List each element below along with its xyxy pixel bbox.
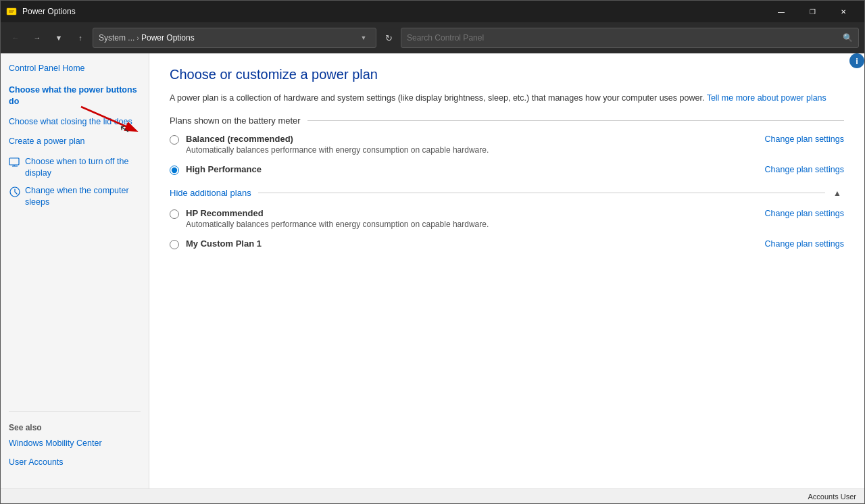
change-link-custom-plan[interactable]: Change plan settings: [765, 239, 844, 249]
sidebar-bottom-section: See also Windows Mobility Center User Ac…: [1, 406, 149, 480]
plans-section-label: Plans shown on the battery meter: [170, 116, 307, 126]
hide-plans-toggle[interactable]: Hide additional plans: [170, 188, 258, 198]
see-also-label: See also: [1, 418, 149, 436]
plan-radio-high-performance[interactable]: [170, 166, 179, 177]
sleep-icon: [9, 186, 21, 198]
plan-item-balanced: Balanced (recommended) Automatically bal…: [170, 134, 844, 155]
refresh-button[interactable]: ↻: [379, 28, 398, 47]
plan-name-custom-plan[interactable]: My Custom Plan 1: [186, 238, 262, 249]
content-panel: Choose or customize a power plan A power…: [149, 53, 864, 488]
page-description: A power plan is a collection of hardware…: [170, 92, 844, 105]
plan-radio-custom-plan[interactable]: [170, 240, 179, 251]
forward-button[interactable]: →: [28, 28, 47, 47]
window-controls: — ❐ ✕: [766, 1, 859, 22]
hide-plans-header: Hide additional plans ▲: [170, 186, 844, 200]
monitor-icon: [9, 157, 21, 169]
plan-desc-hp-recommended: Automatically balances performance with …: [186, 220, 758, 229]
status-user: Accounts User: [808, 493, 856, 501]
page-title: Choose or customize a power plan: [170, 67, 844, 82]
sidebar-item-turn-off-display[interactable]: Choose when to turn off the display: [9, 156, 141, 180]
sidebar-item-windows-mobility[interactable]: Windows Mobility Center: [9, 436, 141, 451]
plans-section-line: [307, 120, 844, 121]
plan-info-balanced: Balanced (recommended) Automatically bal…: [186, 134, 758, 155]
plan-name-high-performance[interactable]: High Performance: [186, 164, 262, 174]
svg-rect-0: [7, 8, 16, 15]
recent-button[interactable]: ▼: [49, 28, 68, 47]
plan-info-high-performance: High Performance: [186, 164, 758, 174]
sidebar-item-power-buttons[interactable]: Choose what the power buttons do: [9, 83, 141, 109]
change-link-hp-recommended[interactable]: Change plan settings: [765, 209, 844, 218]
plan-radio-hp-recommended[interactable]: [170, 209, 179, 221]
sidebar-item-user-accounts[interactable]: User Accounts: [9, 455, 141, 470]
plan-radio-balanced[interactable]: [170, 135, 179, 147]
restore-button[interactable]: ❐: [797, 1, 828, 22]
plan-info-hp-recommended: HP Recommended Automatically balances pe…: [186, 208, 758, 229]
change-link-balanced[interactable]: Change plan settings: [765, 134, 844, 144]
svg-rect-1: [9, 158, 19, 165]
sidebar-item-control-panel-home[interactable]: Control Panel Home: [9, 61, 141, 76]
collapse-icon[interactable]: ▲: [831, 186, 844, 200]
status-bar: Accounts User: [1, 488, 864, 503]
sidebar-item-turn-off-display-label: Choose when to turn off the display: [25, 156, 141, 180]
close-button[interactable]: ✕: [828, 1, 859, 22]
breadcrumb-root: System ...: [99, 33, 134, 43]
sidebar-item-create-plan[interactable]: Create a power plan: [9, 134, 141, 149]
change-link-high-performance[interactable]: Change plan settings: [765, 165, 844, 174]
address-dropdown-button[interactable]: ▼: [357, 31, 370, 45]
plan-item-hp-recommended: HP Recommended Automatically balances pe…: [170, 208, 844, 229]
sidebar-divider: [9, 411, 141, 412]
info-icon[interactable]: i: [849, 53, 864, 68]
search-input[interactable]: [407, 33, 843, 43]
title-bar: Power Options — ❐ ✕: [1, 1, 864, 22]
main-area: Control Panel Home Choose what the power…: [1, 53, 864, 488]
address-bar: ← → ▼ ↑ System ... › Power Options ▼ ↻ 🔍: [1, 22, 864, 53]
address-breadcrumb[interactable]: System ... › Power Options ▼: [93, 28, 376, 48]
learn-more-link[interactable]: Tell me more about power plans: [707, 93, 826, 103]
breadcrumb-current: Power Options: [141, 33, 195, 43]
sidebar-item-closing-lid[interactable]: Choose what closing the lid does: [9, 115, 141, 130]
window-title: Power Options: [22, 7, 760, 16]
plan-item-high-performance: High Performance Change plan settings: [170, 164, 844, 177]
page-description-text: A power plan is a collection of hardware…: [170, 93, 704, 103]
sidebar-item-computer-sleeps[interactable]: Change when the computer sleeps: [9, 185, 141, 209]
sidebar-item-computer-sleeps-label: Change when the computer sleeps: [25, 185, 141, 209]
hide-plans-line: [258, 193, 825, 193]
plan-name-hp-recommended[interactable]: HP Recommended: [186, 208, 264, 218]
window-icon: [6, 6, 17, 17]
breadcrumb-separator: ›: [137, 34, 139, 42]
sidebar-see-also: Windows Mobility Center User Accounts: [1, 436, 149, 480]
plan-desc-balanced: Automatically balances performance with …: [186, 145, 758, 155]
sidebar: Control Panel Home Choose what the power…: [1, 53, 149, 488]
plan-item-custom-plan: My Custom Plan 1 Change plan settings: [170, 238, 844, 251]
up-button[interactable]: ↑: [71, 28, 90, 47]
search-icon: 🔍: [843, 33, 853, 43]
plans-section-header: Plans shown on the battery meter: [170, 116, 844, 126]
sidebar-nav-section: Control Panel Home Choose what the power…: [1, 61, 149, 225]
plan-name-balanced[interactable]: Balanced (recommended): [186, 134, 293, 144]
back-button[interactable]: ←: [6, 28, 25, 47]
minimize-button[interactable]: —: [766, 1, 797, 22]
search-box[interactable]: 🔍: [401, 28, 859, 48]
plan-info-custom-plan: My Custom Plan 1: [186, 238, 758, 249]
